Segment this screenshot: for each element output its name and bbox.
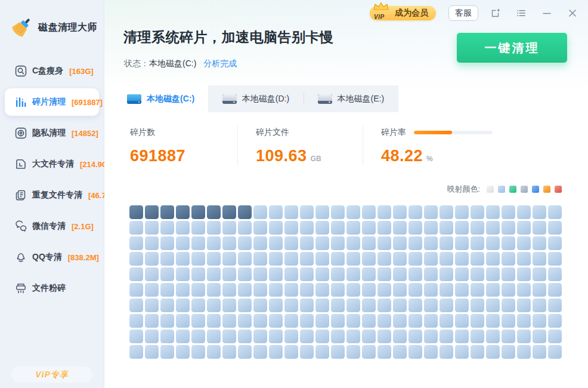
fragment-block — [253, 236, 267, 250]
stat-label: 碎片数 — [130, 127, 155, 138]
fragment-block — [548, 330, 562, 343]
fragment-block — [331, 283, 345, 297]
sidebar-item-duplicate-file[interactable]: 重复文件专清[46.7G] — [5, 181, 99, 209]
fragment-block — [253, 205, 267, 219]
sidebar-menu: C盘瘦身[163G]碎片清理[691887]隐私清理[14852]大文件专清[2… — [0, 57, 104, 302]
fragment-block — [222, 267, 236, 281]
fragment-block — [502, 267, 515, 281]
fragment-block — [486, 314, 500, 328]
fragment-block — [424, 221, 438, 235]
app-title: 磁盘清理大师 — [38, 21, 97, 34]
fragment-rate-progress-fill — [414, 131, 452, 134]
fragment-block — [502, 236, 515, 250]
fragment-block — [145, 330, 159, 343]
fragment-block — [331, 298, 345, 312]
fragment-block — [253, 298, 267, 312]
fragment-block — [517, 221, 531, 235]
fragment-block — [408, 283, 422, 297]
fragment-block — [377, 267, 391, 281]
analysis-complete-link[interactable]: 分析完成 — [203, 58, 237, 68]
tab-disk-d[interactable]: 本地磁盘(D:) — [208, 85, 303, 112]
stat-label: 碎片率 — [381, 127, 406, 138]
broom-logo-icon — [10, 16, 33, 39]
fragment-block — [548, 205, 562, 219]
fragment-block — [222, 221, 236, 235]
one-click-clean-button[interactable]: 一键清理 — [457, 33, 567, 63]
sidebar-item-label: QQ专清 — [32, 252, 62, 263]
sidebar-item-wechat[interactable]: 微信专清[2.1G] — [5, 213, 99, 240]
become-member-button[interactable]: VIP 成为会员 — [370, 6, 436, 20]
sidebar-item-privacy-clean[interactable]: 隐私清理[14852] — [5, 119, 99, 147]
feedback-icon[interactable] — [490, 8, 501, 19]
sidebar-item-label: 微信专清 — [32, 221, 66, 232]
fragment-block — [362, 252, 376, 266]
fragment-block — [502, 345, 515, 359]
vip-banner[interactable]: VIP专享 — [11, 367, 92, 383]
menu-list-icon[interactable] — [516, 8, 527, 19]
fragment-block — [346, 252, 360, 266]
legend-swatch — [521, 186, 528, 193]
tab-disk-e[interactable]: 本地磁盘(E:) — [304, 85, 398, 112]
fragment-block — [300, 205, 314, 219]
fragment-block — [533, 221, 546, 235]
fragment-block — [471, 283, 484, 297]
fragment-block — [440, 252, 453, 266]
fragment-block — [346, 298, 360, 312]
fragment-block — [191, 283, 205, 297]
sidebar-item-qq[interactable]: QQ专清[838.2M] — [5, 244, 99, 271]
stat-value: 109.63 — [256, 147, 307, 165]
fragment-block — [222, 330, 236, 343]
sidebar-item-defrag-bars[interactable]: 碎片清理[691887] — [5, 88, 99, 116]
stat-unit: % — [426, 155, 433, 163]
fragment-block — [160, 267, 174, 281]
wechat-icon — [15, 220, 27, 232]
color-legend: 映射颜色: — [129, 184, 562, 195]
fragment-block — [377, 236, 391, 250]
fragment-block — [269, 267, 283, 281]
fragment-block — [129, 205, 143, 219]
fragment-block — [362, 283, 376, 297]
fragment-block — [455, 205, 469, 219]
fragment-block — [533, 298, 546, 312]
fragment-block — [455, 221, 469, 235]
fragment-block — [533, 252, 546, 266]
fragment-block — [238, 267, 252, 281]
fragment-block — [160, 330, 174, 343]
fragment-block — [160, 252, 174, 266]
sidebar-item-c-drive-slim[interactable]: C盘瘦身[163G] — [5, 57, 99, 85]
fragment-block — [191, 298, 205, 312]
fragment-block — [377, 298, 391, 312]
fragment-block — [176, 252, 190, 266]
fragment-block — [145, 314, 159, 328]
fragment-block — [471, 236, 484, 250]
fragment-block — [253, 267, 267, 281]
fragment-block — [393, 298, 407, 312]
fragment-block — [393, 267, 407, 281]
minimize-icon[interactable] — [541, 8, 552, 19]
legend-swatch — [509, 186, 516, 193]
fragment-block — [408, 314, 422, 328]
fragment-block — [517, 298, 531, 312]
fragment-block — [517, 267, 531, 281]
fragment-block — [362, 345, 376, 359]
sidebar-item-file-shredder[interactable]: 文件粉碎 — [5, 275, 99, 302]
fragment-block — [455, 298, 469, 312]
close-icon[interactable] — [567, 8, 578, 19]
fragment-block — [207, 267, 221, 281]
fragment-block — [315, 314, 329, 328]
fragment-block — [191, 314, 205, 328]
fragment-block — [331, 345, 345, 359]
tab-disk-c[interactable]: 本地磁盘(C:) — [113, 85, 208, 112]
fragment-block — [300, 252, 314, 266]
fragment-block — [502, 298, 515, 312]
customer-service-button[interactable]: 客服 — [448, 5, 478, 21]
fragment-block — [284, 221, 298, 235]
legend-label: 映射颜色: — [447, 184, 480, 195]
fragment-block — [284, 330, 298, 343]
fragment-block — [362, 314, 376, 328]
fragment-block — [331, 221, 345, 235]
crown-icon — [372, 2, 390, 11]
fragment-block — [300, 283, 314, 297]
sidebar-item-big-file[interactable]: 大文件专清[214.9G] — [5, 150, 99, 178]
fragment-block — [424, 267, 438, 281]
